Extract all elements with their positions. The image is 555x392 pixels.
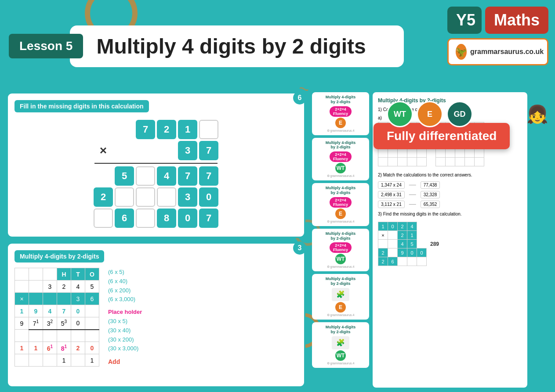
digit-7b: 7 bbox=[199, 166, 218, 186]
wt-badge: WT bbox=[387, 101, 413, 127]
answer-289: 289 bbox=[430, 241, 439, 247]
spacer bbox=[94, 120, 113, 139]
match-right-3: 65,352 bbox=[421, 201, 440, 208]
add-label: Add bbox=[108, 357, 142, 367]
digit-7: 7 bbox=[136, 120, 155, 139]
digit-0: 0 bbox=[178, 209, 197, 228]
spacer bbox=[108, 353, 142, 357]
worksheet-card-2[interactable]: Multiply 4-digitsby 2-digits 2+2=4Fluenc… bbox=[312, 138, 369, 181]
preview-q2: 2) Match the calculations to the correct… bbox=[378, 173, 522, 177]
worksheet-card-4[interactable]: Multiply 4-digitsby 2-digits 2+2=4Fluenc… bbox=[312, 229, 369, 272]
digit-1: 1 bbox=[178, 120, 197, 139]
digit-2: 2 bbox=[94, 187, 113, 207]
calc-row-5: 6 8 0 7 bbox=[94, 209, 218, 228]
calc-steps: (6 x 5) (6 x 40) (6 x 200) (6 x 3,000) P… bbox=[108, 268, 142, 367]
digit-5: 5 bbox=[115, 166, 134, 186]
ws-footer-3: ⚙ grammarsaurus.4 bbox=[315, 220, 366, 223]
digit-0: 0 bbox=[199, 187, 218, 207]
step-2: (6 x 40) bbox=[108, 277, 142, 286]
ws-level-e-1: E bbox=[335, 118, 346, 128]
empty-cell bbox=[115, 187, 134, 207]
subject-badge: Maths bbox=[485, 7, 548, 34]
worksheet-card-6[interactable]: Multiply 4-digitsby 2-digits 🧩 WT ⚙ gram… bbox=[312, 322, 369, 368]
diff-badges: WT E GD bbox=[387, 101, 523, 127]
slide-1-number: 6 bbox=[293, 91, 306, 104]
digit-2: 2 bbox=[157, 120, 176, 139]
step-8: (30 x 3,000) bbox=[108, 344, 142, 353]
spacer bbox=[115, 120, 134, 139]
match-right-2: 32,328 bbox=[421, 191, 440, 198]
ws-title-6: Multiply 4-digitsby 2-digits bbox=[315, 325, 366, 334]
worksheet-card-1[interactable]: Multiply 4-digitsby 2-digits 2+2=4Fluenc… bbox=[312, 92, 369, 135]
ws-level-e-3: E bbox=[335, 302, 346, 313]
placeholder-label: Place holder bbox=[108, 308, 142, 317]
ws-footer-2: ⚙ grammarsaurus.4 bbox=[315, 174, 366, 178]
character-avatar: 👧 bbox=[526, 105, 548, 140]
empty-cell bbox=[136, 187, 155, 207]
empty-cell bbox=[136, 166, 155, 186]
right-panel: Y5 Maths 🦖 grammarsaurus.co.uk bbox=[447, 7, 548, 65]
puzzle-icon-2: 🧩 bbox=[332, 336, 349, 349]
ws-level-wt-2: WT bbox=[335, 254, 346, 264]
match-left-3: 3,112 x 21 bbox=[378, 201, 405, 208]
year-maths-row: Y5 Maths bbox=[447, 7, 548, 34]
match-right-1: 77,438 bbox=[421, 181, 440, 189]
mult-table-container: H T O 3 2 4 5 × bbox=[15, 268, 99, 367]
slide-1: 6 Fill in the missing digits in this cal… bbox=[7, 92, 305, 238]
e-badge: E bbox=[417, 101, 443, 127]
preview-q3: 3) Find the missing digits in the calcul… bbox=[378, 212, 522, 216]
match-row-2: 2,498 x 31 — 32,328 bbox=[378, 191, 522, 198]
ws-fluency-badge-1: 2+2=4Fluency bbox=[330, 106, 352, 117]
ws-level-wt-3: WT bbox=[335, 350, 346, 361]
slide-2-title: Multiply 4-digits by 2-digits bbox=[15, 250, 104, 263]
ws-fluency-badge-3: 2+2=4Fluency bbox=[330, 197, 352, 208]
grammarsaurus-logo-icon: 🦖 bbox=[456, 44, 467, 60]
slide-2: 3 Multiply 4-digits by 2-digits H T O bbox=[7, 242, 305, 388]
digit-3: 3 bbox=[178, 187, 197, 207]
ws-footer-6: ⚙ grammarsaurus.4 bbox=[315, 362, 366, 365]
gd-badge: GD bbox=[446, 101, 473, 127]
calc-divider bbox=[94, 163, 218, 164]
ws-footer-4: ⚙ grammarsaurus.4 bbox=[315, 265, 366, 269]
q3-content: 1 0 2 4 × 2 1 45 2 9 bbox=[378, 220, 522, 268]
missing-digits-table: 1 0 2 4 × 2 1 45 2 9 bbox=[378, 222, 427, 266]
title-box: Multiply 4 digits by 2 digits bbox=[70, 25, 404, 67]
multiplication-table: H T O 3 2 4 5 × bbox=[15, 268, 99, 367]
spacer bbox=[136, 141, 155, 160]
spacer bbox=[108, 304, 142, 308]
page-title: Multiply 4 digits by 2 digits bbox=[96, 34, 386, 58]
step-5: (30 x 5) bbox=[108, 317, 142, 326]
ws-footer-5: ⚙ grammarsaurus.4 bbox=[315, 313, 366, 317]
ws-title-3: Multiply 4-digitsby 2-digits bbox=[315, 186, 366, 195]
match-left-2: 2,498 x 31 bbox=[378, 191, 405, 198]
calculation-grid: 7 2 1 × 3 7 5 bbox=[15, 118, 297, 230]
digit-4: 4 bbox=[157, 166, 176, 186]
worksheet-card-5[interactable]: Multiply 4-digitsby 2-digits 🧩 E ⚙ gramm… bbox=[312, 274, 369, 320]
grammarsaurus-url: grammarsaurus.co.uk bbox=[470, 48, 544, 56]
lesson-badge: Lesson 5 bbox=[9, 34, 83, 58]
worksheet-card-3[interactable]: Multiply 4-digitsby 2-digits 2+2=4Fluenc… bbox=[312, 183, 369, 226]
digit-3: 3 bbox=[178, 141, 197, 160]
digit-8: 8 bbox=[157, 209, 176, 228]
digit-7: 7 bbox=[178, 166, 197, 186]
year-badge: Y5 bbox=[447, 7, 482, 34]
digit-7: 7 bbox=[199, 209, 218, 228]
step-3: (6 x 200) bbox=[108, 286, 142, 295]
calc-row-4: 2 3 0 bbox=[94, 187, 218, 207]
slide-2-number: 3 bbox=[293, 241, 306, 255]
ws-level-e-2: E bbox=[335, 209, 346, 219]
slide-1-instruction: Fill in the missing digits in this calcu… bbox=[15, 100, 149, 112]
calc-row-1: 7 2 1 bbox=[94, 120, 218, 139]
calc-row-3: 5 4 7 7 bbox=[94, 166, 218, 186]
grammarsaurus-badge[interactable]: 🦖 grammarsaurus.co.uk bbox=[447, 38, 548, 65]
fully-differentiated-overlay: WT E GD Fully differentiated bbox=[374, 101, 510, 149]
step-6: (30 x 40) bbox=[108, 326, 142, 335]
empty-cell bbox=[136, 209, 155, 228]
match-left-1: 1,347 x 24 bbox=[378, 181, 405, 189]
ws-footer-1: ⚙ grammarsaurus.4 bbox=[315, 129, 366, 133]
worksheet-list: Multiply 4-digitsby 2-digits 2+2=4Fluenc… bbox=[312, 92, 369, 388]
empty-cell bbox=[157, 187, 176, 207]
match-row-3: 3,112 x 21 — 65,352 bbox=[378, 200, 522, 208]
ws-fluency-badge-2: 2+2=4Fluency bbox=[330, 151, 352, 162]
slides-area: 6 Fill in the missing digits in this cal… bbox=[7, 92, 305, 388]
